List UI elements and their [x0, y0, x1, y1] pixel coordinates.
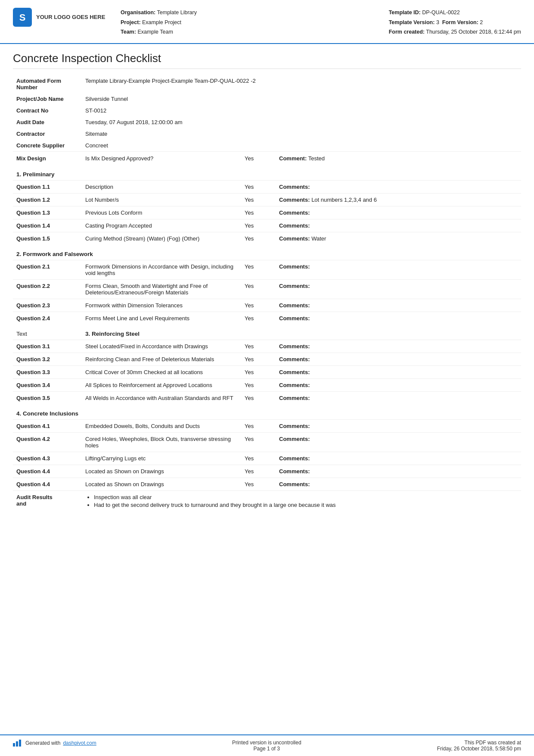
q-3-5-label: Question 3.5 [13, 391, 82, 404]
q-4-1: Question 4.1 Embedded Dowels, Bolts, Con… [13, 419, 521, 432]
q-4-4a: Question 4.4 Located as Shown on Drawing… [13, 465, 521, 478]
q-4-4b-answer: Yes [241, 478, 276, 490]
meta-label-audit-date: Audit Date [13, 116, 82, 128]
q-4-4a-text: Located as Shown on Drawings [82, 465, 241, 478]
section-title-4: 4. Concrete Inclusions [13, 404, 521, 420]
q-1-5-comment-value: Water [311, 235, 326, 242]
meta-row-contract: Contract No ST-0012 [13, 105, 521, 116]
q-2-2-text: Forms Clean, Smooth and Watertight and F… [82, 279, 241, 299]
q-3-4-text: All Splices to Reinforcement at Approved… [82, 378, 241, 391]
mix-design-comment-label: Comment: [279, 155, 307, 162]
audit-results-row: Audit Resultsand Inspection was all clea… [13, 490, 521, 512]
q-1-5-comment-label: Comments: [279, 235, 310, 242]
q-1-3-comment: Comments: [276, 206, 521, 219]
meta-value-supplier: Concreet [82, 140, 521, 152]
logo-icon: S [13, 8, 32, 27]
svg-text:S: S [19, 12, 26, 23]
q-4-3-text: Lifting/Carrying Lugs etc [82, 452, 241, 465]
footer: Generated with dashpivot.com Printed ver… [0, 734, 534, 756]
mix-design-row: Mix Design Is Mix Designed Approved? Yes… [13, 151, 521, 165]
q-2-3-comment: Comments: [276, 299, 521, 312]
q-1-3: Question 1.3 Previous Lots Conform Yes C… [13, 206, 521, 219]
meta-label-supplier: Concrete Supplier [13, 140, 82, 152]
q-2-1: Question 2.1 Formwork Dimensions in Acco… [13, 260, 521, 279]
q-1-2: Question 1.2 Lot Number/s Yes Comments: … [13, 193, 521, 206]
meta-label-project: Project/Job Name [13, 93, 82, 105]
logo-area: S YOUR LOGO GOES HERE [13, 8, 108, 27]
section-header-1: 1. Preliminary [13, 165, 521, 181]
q-3-1: Question 3.1 Steel Located/Fixed in Acco… [13, 340, 521, 353]
q-1-3-text: Previous Lots Conform [82, 206, 241, 219]
footer-page: Page 1 of 3 [232, 746, 301, 752]
header-right: Template ID: DP-QUAL-0022 Template Versi… [389, 8, 521, 37]
header: S YOUR LOGO GOES HERE Organisation: Temp… [0, 0, 534, 44]
section-header-3: Text 3. Reinforcing Steel [13, 325, 521, 340]
q-4-4b-text: Located as Shown on Drawings [82, 478, 241, 490]
q-3-4-comment: Comments: [276, 378, 521, 391]
template-id-label: Template ID: [389, 9, 421, 16]
q-4-4a-label: Question 4.4 [13, 465, 82, 478]
q-4-4b-comment: Comments: [276, 478, 521, 490]
q-3-1-comment-label: Comments: [279, 343, 310, 350]
q-1-4-answer: Yes [241, 219, 276, 232]
q-4-1-label: Question 4.1 [13, 419, 82, 432]
q-2-4-comment: Comments: [276, 312, 521, 325]
q-2-4-answer: Yes [241, 312, 276, 325]
team-value: Example Team [137, 29, 173, 35]
q-3-4-comment-label: Comments: [279, 382, 310, 388]
q-1-2-label: Question 1.2 [13, 193, 82, 206]
q-1-4-label: Question 1.4 [13, 219, 82, 232]
section-3-prefix: Text [13, 325, 82, 340]
mix-design-question: Is Mix Designed Approved? [82, 151, 241, 165]
q-2-3-answer: Yes [241, 299, 276, 312]
footer-right: This PDF was created at Friday, 26 Octob… [437, 740, 521, 752]
q-2-1-comment: Comments: [276, 260, 521, 279]
mix-design-comment-value: Tested [308, 155, 325, 162]
section-title-3: 3. Reinforcing Steel [82, 325, 521, 340]
q-4-1-comment: Comments: [276, 419, 521, 432]
meta-row-project: Project/Job Name Silverside Tunnel [13, 93, 521, 105]
meta-row-audit-date: Audit Date Tuesday, 07 August 2018, 12:0… [13, 116, 521, 128]
q-3-2-text: Reinforcing Clean and Free of Deleteriou… [82, 353, 241, 366]
mix-design-comment: Comment: Tested [276, 151, 521, 165]
q-4-1-comment-label: Comments: [279, 423, 310, 429]
q-2-2-comment-label: Comments: [279, 283, 310, 289]
section-header-4: 4. Concrete Inclusions [13, 404, 521, 420]
q-1-2-text: Lot Number/s [82, 193, 241, 206]
q-1-2-comment-value: Lot numbers 1,2,3,4 and 6 [311, 197, 377, 203]
q-3-3-comment-label: Comments: [279, 369, 310, 375]
section-title-2: 2. Formwork and Falsework [13, 245, 521, 260]
q-4-1-answer: Yes [241, 419, 276, 432]
q-1-4: Question 1.4 Casting Program Accepted Ye… [13, 219, 521, 232]
q-4-3-comment-label: Comments: [279, 455, 310, 462]
q-3-2-comment-label: Comments: [279, 356, 310, 362]
footer-generated-text: Generated with [25, 740, 60, 746]
audit-results-label: Audit Resultsand [13, 490, 82, 512]
meta-value-contractor: Sitemate [82, 128, 521, 140]
q-3-4-answer: Yes [241, 378, 276, 391]
q-4-2-text: Cored Holes, Weepholes, Block Outs, tran… [82, 432, 241, 452]
q-2-2-label: Question 2.2 [13, 279, 82, 299]
q-3-1-label: Question 3.1 [13, 340, 82, 353]
q-2-1-label: Question 2.1 [13, 260, 82, 279]
header-center: Organisation: Template Library Project: … [121, 8, 389, 37]
footer-link[interactable]: dashpivot.com [63, 740, 96, 746]
audit-bullet-2: Had to get the second delivery truck to … [94, 502, 518, 508]
meta-value-contract: ST-0012 [82, 105, 521, 116]
q-3-5-text: All Welds in Accordance with Australian … [82, 391, 241, 404]
audit-bullet-1: Inspection was all clear [94, 494, 518, 500]
org-value: Template Library [157, 9, 197, 16]
q-4-3-comment: Comments: [276, 452, 521, 465]
project-value: Example Project [142, 19, 181, 25]
q-2-1-text: Formwork Dimensions in Accordance with D… [82, 260, 241, 279]
page-title: Concrete Inspection Checklist [13, 52, 521, 69]
q-2-3-label: Question 2.3 [13, 299, 82, 312]
page: S YOUR LOGO GOES HERE Organisation: Temp… [0, 0, 534, 756]
meta-label-automated: Automated Form Number [13, 75, 82, 93]
q-4-3-label: Question 4.3 [13, 452, 82, 465]
meta-row-supplier: Concrete Supplier Concreet [13, 140, 521, 152]
q-1-2-comment: Comments: Lot numbers 1,2,3,4 and 6 [276, 193, 521, 206]
dashpivot-logo-icon [13, 740, 21, 747]
q-1-5-answer: Yes [241, 232, 276, 245]
meta-row-automated: Automated Form Number Template Library-E… [13, 75, 521, 93]
